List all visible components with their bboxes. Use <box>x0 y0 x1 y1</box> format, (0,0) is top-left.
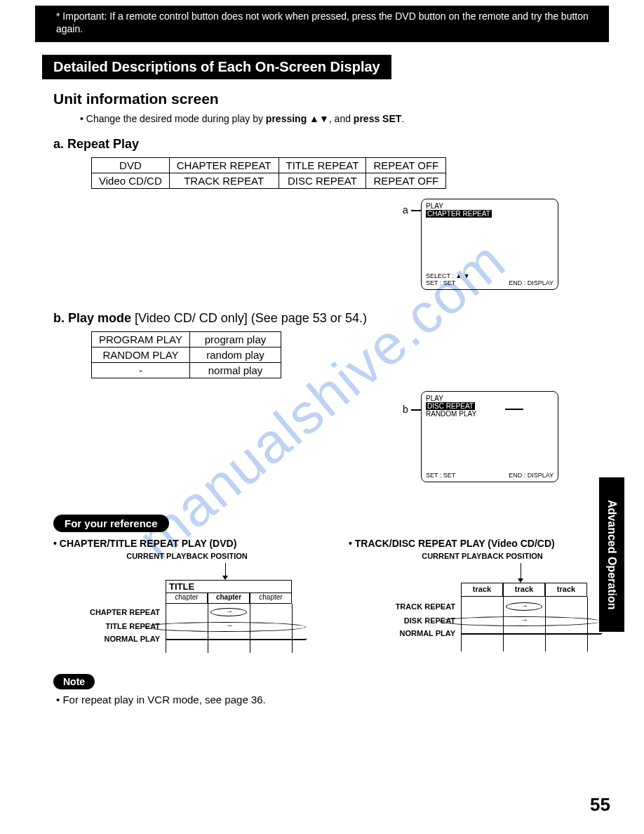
cell: REPEAT OFF <box>366 173 446 189</box>
table-row: Video CD/CD TRACK REPEAT DISC REPEAT REP… <box>92 173 446 189</box>
osd-play: PLAY <box>426 395 554 402</box>
reference-pill: For your reference <box>53 515 169 532</box>
bullet-bold2: press SET <box>354 113 401 124</box>
ref-right-sub: CURRENT PLAYBACK POSITION <box>349 552 616 560</box>
row-label: CHAPTER REPEAT <box>53 608 160 616</box>
important-label: * Important: <box>56 11 107 22</box>
cell: track <box>503 583 545 597</box>
osd-a-label: a <box>403 204 408 216</box>
cell: - <box>92 363 190 378</box>
row-label: TRACK REPEAT <box>349 602 455 611</box>
vline <box>587 597 588 651</box>
b-title: b. Play mode [Video CD/ CD only] (See pa… <box>53 311 616 326</box>
cell: TRACK REPEAT <box>169 173 279 189</box>
bullet-end: . <box>401 113 404 124</box>
row-label: NORMAL PLAY <box>349 629 455 637</box>
line-normal <box>461 633 601 634</box>
cell: REPEAT OFF <box>366 158 446 173</box>
osd-play: PLAY <box>426 202 554 210</box>
osd-b: PLAY DISC REPEAT RANDOM PLAY SET : SET E… <box>421 391 558 482</box>
row-label: DISK REPEAT <box>349 616 455 625</box>
cell: track <box>461 583 503 597</box>
ref-left-diagram: TITLE chapter chapter chapter → → → CHAP… <box>53 563 321 661</box>
osd-b-connector <box>411 409 421 411</box>
arrow-icon: → <box>302 635 309 642</box>
ref-left: • CHAPTER/TITLE REPEAT PLAY (DVD) CURREN… <box>53 538 321 661</box>
pointer-line <box>521 563 521 580</box>
osd-a-connector <box>411 210 421 211</box>
cell: DVD <box>92 158 170 173</box>
cell: Video CD/CD <box>92 173 170 189</box>
osd-b-wrap: b PLAY DISC REPEAT RANDOM PLAY SET : SET… <box>28 388 616 501</box>
important-text: If a remote control button does not work… <box>56 11 589 34</box>
table-row: RANDOM PLAYrandom play <box>92 348 281 363</box>
ref-left-sub: CURRENT PLAYBACK POSITION <box>53 552 321 560</box>
osd-end: END : DISPLAY <box>509 472 554 479</box>
bullet-pre: Change the desired mode during play by <box>86 113 266 124</box>
arrow-icon: → <box>226 621 233 629</box>
cell: CHAPTER REPEAT <box>169 158 279 173</box>
cell: chapter <box>208 593 250 604</box>
ellipse-disc <box>440 616 601 626</box>
ref-left-heading: • CHAPTER/TITLE REPEAT PLAY (DVD) <box>53 538 321 549</box>
arrow-icon: → <box>521 616 528 623</box>
unit-info-bullet: Change the desired mode during play by p… <box>80 113 616 124</box>
title-text: TITLE <box>166 581 291 593</box>
arrow-icon: → <box>597 629 604 637</box>
osd-a-wrap: a PLAY CHAPTER REPEAT SELECT : ▲ ▼ SET :… <box>28 199 616 304</box>
reference-row: • CHAPTER/TITLE REPEAT PLAY (DVD) CURREN… <box>53 538 616 661</box>
osd-set: SET : SET <box>426 279 455 286</box>
row-label: TITLE REPEAT <box>53 622 160 630</box>
cell: DISC REPEAT <box>279 173 366 189</box>
cell: TITLE REPEAT <box>279 158 366 173</box>
osd-line2: RANDOM PLAY <box>426 410 554 418</box>
cell: normal play <box>190 363 281 378</box>
cell: RANDOM PLAY <box>92 348 190 363</box>
line-normal <box>166 639 306 640</box>
osd-highlight: DISC REPEAT <box>426 402 475 410</box>
arrow-icon: → <box>226 607 233 615</box>
osd-end: END : DISPLAY <box>509 279 554 286</box>
pointer-line <box>225 563 226 577</box>
arrow-icon: → <box>521 602 528 609</box>
b-title-light: [Video CD/ CD only] (See page 53 or 54.) <box>135 311 367 325</box>
bullet-mid: , and <box>329 113 354 124</box>
osd-set: SET : SET <box>426 472 455 479</box>
unit-info-title: Unit information screen <box>53 91 616 107</box>
page-number: 55 <box>590 794 610 816</box>
table-row: -normal play <box>92 363 281 378</box>
arrows-icon: ▲▼ <box>309 113 329 124</box>
ellipse-title <box>145 622 306 632</box>
ref-right-heading: • TRACK/DISC REPEAT PLAY (Video CD/CD) <box>349 538 616 549</box>
a-table: DVD CHAPTER REPEAT TITLE REPEAT REPEAT O… <box>91 157 446 189</box>
b-table: PROGRAM PLAYprogram play RANDOM PLAYrand… <box>91 331 281 378</box>
cell: track <box>545 583 587 597</box>
note-pill: Note <box>53 674 95 689</box>
a-title: a. Repeat Play <box>53 137 616 152</box>
cell: chapter <box>250 593 292 604</box>
osd-b-label: b <box>403 404 408 415</box>
osd-select: SELECT : ▲ ▼ <box>426 272 554 279</box>
important-box: * Important: If a remote control button … <box>35 6 609 42</box>
b-title-bold: b. Play mode <box>53 311 135 325</box>
ref-right-diagram: track track track → → → TRACK REPEAT DIS… <box>349 563 616 661</box>
osd-highlight: CHAPTER REPEAT <box>426 210 492 218</box>
osd-a: PLAY CHAPTER REPEAT SELECT : ▲ ▼ SET : S… <box>421 199 558 290</box>
bullet-bold1: pressing <box>266 113 309 124</box>
cell: program play <box>190 332 281 348</box>
ref-right: • TRACK/DISC REPEAT PLAY (Video CD/CD) C… <box>349 538 616 661</box>
table-row: PROGRAM PLAYprogram play <box>92 332 281 348</box>
table-row: DVD CHAPTER REPEAT TITLE REPEAT REPEAT O… <box>92 158 446 173</box>
note-text: For repeat play in VCR mode, see page 36… <box>56 694 616 706</box>
cell: PROGRAM PLAY <box>92 332 190 348</box>
cell: chapter <box>166 593 208 604</box>
row-label: NORMAL PLAY <box>53 635 160 643</box>
cell: random play <box>190 348 281 363</box>
section-title: Detailed Descriptions of Each On-Screen … <box>42 55 391 79</box>
